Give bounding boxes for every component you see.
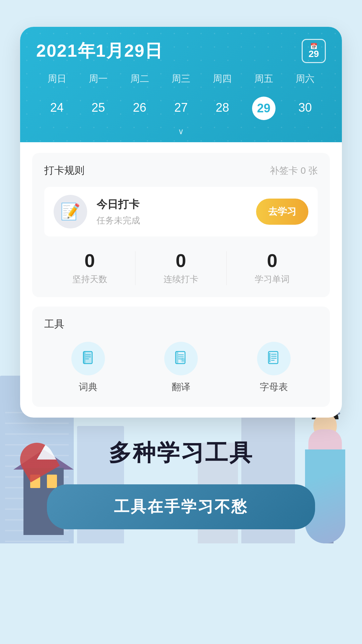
day-label-mon: 周一 — [77, 72, 119, 85]
today-checkin-row: 📝 今日打卡 任务未完成 去学习 — [44, 187, 318, 236]
day-25[interactable]: 25 — [77, 97, 119, 120]
svg-rect-7 — [176, 352, 178, 364]
checkin-card-header: 打卡规则 补签卡 0 张 — [44, 164, 318, 177]
day-label-sat: 周六 — [285, 72, 326, 85]
stat-number-0: 0 — [44, 251, 135, 270]
svg-rect-2 — [83, 352, 85, 364]
checkin-icon-wrap: 📝 — [54, 195, 87, 228]
checkin-rules-label: 打卡规则 — [44, 164, 84, 177]
tool-label-translate: 翻译 — [172, 381, 190, 393]
day-27[interactable]: 27 — [160, 97, 201, 120]
checkin-card: 打卡规则 补签卡 0 张 📝 今日打卡 任务未完成 去学习 — [32, 153, 330, 297]
day-label-thu: 周四 — [202, 72, 243, 85]
calendar-icon-num: 29 — [308, 49, 319, 59]
day-labels-row: 周日 周一 周二 周三 周四 周五 周六 — [36, 72, 326, 91]
tool-icon-wrap-dictionary — [71, 342, 105, 375]
tool-icon-wrap-translate: ≡ — [164, 342, 198, 375]
stat-item-2: 0 学习单词 — [227, 251, 318, 285]
calendar-header: 2021年1月29日 📅 29 周日 周一 周二 周三 周四 周五 周六 24 … — [20, 27, 342, 142]
bottom-headline: 多种学习工具 — [47, 438, 315, 468]
checkin-subtitle: 任务未完成 — [97, 215, 247, 226]
dictionary-icon — [81, 350, 96, 367]
go-study-button[interactable]: 去学习 — [256, 199, 308, 225]
stat-item-0: 0 坚持天数 — [44, 251, 135, 285]
main-content: 2021年1月29日 📅 29 周日 周一 周二 周三 周四 周五 周六 24 … — [0, 0, 362, 556]
calendar-date-title: 2021年1月29日 — [36, 39, 163, 63]
day-label-tue: 周二 — [119, 72, 160, 85]
day-label-fri: 周五 — [243, 72, 284, 85]
day-numbers-row: 24 25 26 27 28 29 30 — [36, 91, 326, 123]
checkin-supplement: 补签卡 0 张 — [270, 164, 318, 177]
stat-label-2: 学习单词 — [227, 273, 318, 285]
tool-label-dictionary: 词典 — [79, 381, 98, 393]
calendar-icon-button[interactable]: 📅 29 — [302, 39, 326, 63]
stat-label-1: 连续打卡 — [135, 273, 226, 285]
stat-number-2: 0 — [227, 251, 318, 270]
stat-label-0: 坚持天数 — [44, 273, 135, 285]
tool-label-alphabet: 字母表 — [260, 381, 288, 393]
day-24[interactable]: 24 — [36, 97, 77, 120]
cards-container: 打卡规则 补签卡 0 张 📝 今日打卡 任务未完成 去学习 — [20, 142, 342, 418]
checkin-title: 今日打卡 — [97, 197, 247, 212]
stat-item-1: 0 连续打卡 — [135, 251, 227, 285]
tool-item-alphabet[interactable]: 字母表 — [230, 342, 318, 393]
alphabet-icon — [266, 350, 281, 367]
day-29-active[interactable]: 29 — [252, 97, 276, 120]
tools-card: 工具 — [32, 307, 330, 407]
tools-section-label: 工具 — [44, 317, 318, 331]
day-26[interactable]: 26 — [119, 97, 160, 120]
calendar-title-row: 2021年1月29日 📅 29 — [36, 39, 326, 63]
checkin-text: 今日打卡 任务未完成 — [97, 197, 247, 226]
tools-grid: 词典 — [44, 342, 318, 393]
day-label-sun: 周日 — [36, 72, 77, 85]
day-28[interactable]: 28 — [202, 97, 243, 120]
tool-item-translate[interactable]: ≡ 翻译 — [137, 342, 225, 393]
bottom-section: 多种学习工具 工具在手学习不愁 — [20, 418, 342, 556]
calendar-chevron[interactable]: ∨ — [36, 123, 326, 142]
day-label-wed: 周三 — [160, 72, 201, 85]
tool-icon-wrap-alphabet — [257, 342, 291, 375]
stat-number-1: 0 — [135, 251, 226, 270]
checkin-icon: 📝 — [60, 202, 80, 221]
phone-card: 2021年1月29日 📅 29 周日 周一 周二 周三 周四 周五 周六 24 … — [20, 27, 342, 418]
tool-item-dictionary[interactable]: 词典 — [44, 342, 132, 393]
stats-row: 0 坚持天数 0 连续打卡 0 学习单词 — [44, 249, 318, 285]
svg-text:≡: ≡ — [182, 359, 184, 362]
day-30[interactable]: 30 — [285, 97, 326, 120]
cta-button[interactable]: 工具在手学习不愁 — [47, 484, 315, 529]
translate-icon: ≡ — [174, 350, 188, 367]
